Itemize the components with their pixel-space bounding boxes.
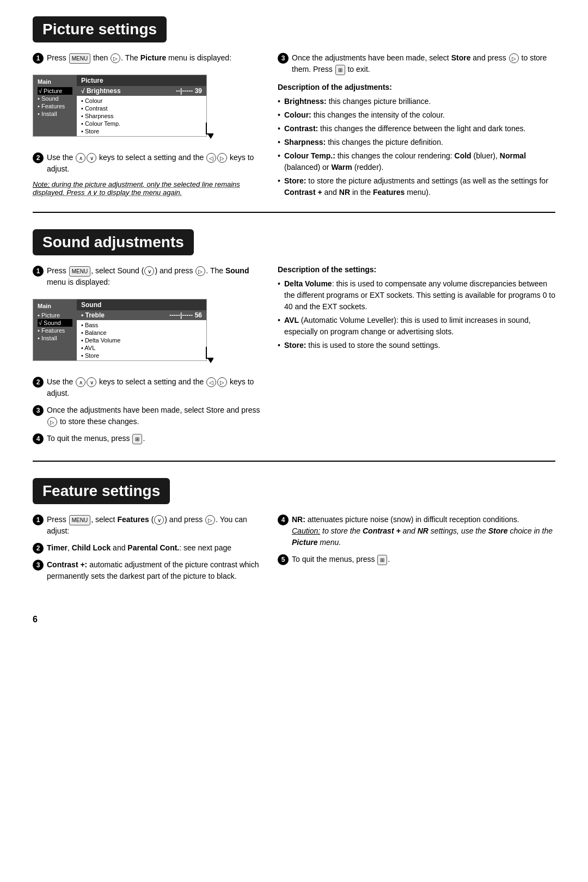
sound-menu-features: • Features [38,327,72,334]
sound-adjustments-section: Sound adjustments 1 Press MENU, select S… [33,229,555,462]
sound-quit-btn: ⊞ [132,434,142,444]
feature-right-btn: ▷ [205,515,215,525]
menu-left-panel: Main √ Picture • Sound • Features • Inst… [33,75,77,136]
picture-menu-box: Main √ Picture • Sound • Features • Inst… [33,75,207,137]
sound-menu-right: Sound • Treble -----|----- 56 • Bass • B… [77,299,206,360]
sound-step-2: 2 Use the ∧∨ keys to select a setting an… [33,376,261,399]
feature-left-col: 1 Press MENU, select Features (∨) and pr… [33,514,261,587]
picture-desc-list: Brightness: this changes picture brillia… [278,95,555,199]
picture-step-2: 2 Use the ∧∨ keys to select a setting an… [33,152,261,175]
sound-step-4-num: 4 [33,433,44,444]
desc-brightness: Brightness: this changes picture brillia… [278,95,555,108]
feature-step-3-num: 3 [33,560,44,571]
feature-step-2-num: 2 [33,543,44,554]
desc-colour: Colour: this changes the intensity of th… [278,108,555,122]
sound-right-items: • Bass • Balance • Delta Volume • AVL • … [77,320,206,360]
sound-desc-list: Delta Volume: this is used to compensate… [278,277,555,352]
feature-step-5-text: To quit the menus, press ⊞. [292,554,390,565]
picture-left-col: 1 Press MENU then ▷. The Picture menu is… [33,52,261,201]
feature-step-2-text: Timer, Child Lock and Parental Cont.: se… [47,542,231,554]
menu-contrast-item: • Contrast [81,105,202,112]
menu-install-item: • Install [38,110,72,118]
sound-step-4-text: To quit the menus, press ⊞. [47,433,145,444]
sound-step-2-text: Use the ∧∨ keys to select a setting and … [47,376,261,399]
picture-step-3-text: Once the adjustments have been made, sel… [292,52,555,75]
step-1-num: 1 [33,53,44,64]
desc-sound-store: Store: this is used to store the sound s… [278,339,555,352]
sound-menu-box: Main • Picture √ Sound • Features • Inst… [33,299,207,361]
sound-step-1: 1 Press MENU, select Sound (∨) and press… [33,265,261,288]
up-down-btn2: ∨ [87,153,96,163]
menu-btn-icon: MENU [69,53,90,64]
feature-step-4: 4 NR: attenuates picture noise (snow) in… [278,514,555,548]
menu-features-item: • Features [38,102,72,110]
desc-avl: AVL (Automatic Volume Leveller): this is… [278,314,555,339]
sound-diagram-arrow [206,347,213,363]
picture-step-1-text: Press MENU then ▷. The Picture menu is d… [47,52,231,64]
sound-right-title: Sound [77,299,206,310]
menu-sharpness-item: • Sharpness [81,112,202,120]
feature-step-1: 1 Press MENU, select Features (∨) and pr… [33,514,261,537]
exit-btn: ⊞ [335,65,345,75]
feature-step-2: 2 Timer, Child Lock and Parental Cont.: … [33,542,261,554]
feature-step-5: 5 To quit the menus, press ⊞. [278,554,555,565]
menu-right-items: • Colour • Contrast • Sharpness • Colour… [77,96,206,136]
sound-menu-left: Main • Picture √ Sound • Features • Inst… [33,299,77,360]
sound-menu-diagram: Main • Picture √ Sound • Features • Inst… [33,293,261,369]
right-btn: ▷ [217,153,227,163]
sound-step-4: 4 To quit the menus, press ⊞. [33,433,261,444]
feature-step-1-num: 1 [33,514,44,525]
sound-right-col: Description of the settings: Delta Volum… [278,265,555,450]
sound-deltavolume-item: • Delta Volume [81,336,202,344]
feature-down-btn: ∨ [154,515,164,525]
sound-menu-sound: √ Sound [38,319,72,327]
right-arrow-btn: ▷ [111,53,120,63]
sound-down-btn2: ∨ [87,377,96,387]
left-btn: ◁ [206,153,216,163]
desc-colourtemp: Colour Temp.: this changes the colour re… [278,149,555,174]
diagram-arrow [206,122,213,139]
feature-settings-header: Feature settings [33,478,170,504]
sound-menu-install: • Install [38,334,72,342]
picture-step-3: 3 Once the adjustments have been made, s… [278,52,555,75]
menu-colour-item: • Colour [81,97,202,105]
feature-step-4-num: 4 [278,514,289,525]
desc-deltavolume: Delta Volume: this is used to compensate… [278,277,555,314]
feature-menu-btn: MENU [69,515,90,525]
step-2-num: 2 [33,152,44,163]
feature-right-col: 4 NR: attenuates picture noise (snow) in… [278,514,555,587]
page-number: 6 [33,615,555,624]
step-3-num: 3 [278,53,289,64]
picture-step-2-text: Use the ∧∨ keys to select a setting and … [47,152,261,175]
picture-step-1: 1 Press MENU then ▷. The Picture menu is… [33,52,261,64]
picture-menu-diagram: Main √ Picture • Sound • Features • Inst… [33,69,261,144]
sound-step-3-num: 3 [33,405,44,416]
sound-left-col: 1 Press MENU, select Sound (∨) and press… [33,265,261,450]
feature-settings-section: Feature settings 1 Press MENU, select Fe… [33,478,555,598]
sound-balance-item: • Balance [81,329,202,336]
sound-bass-item: • Bass [81,321,202,329]
sound-down-btn: ∨ [144,266,154,276]
menu-right-panel: Picture √ Brightness --|----- 39 • Colou… [77,75,206,136]
desc-store: Store: to store the picture adjustments … [278,174,555,199]
sound-avl-item: • AVL [81,344,202,352]
sound-desc-title: Description of the settings: [278,265,555,274]
menu-sound-item: • Sound [38,95,72,102]
feature-step-4-text: NR: attenuates picture noise (snow) in d… [292,514,555,548]
menu-brightness-selected: √ Brightness --|----- 39 [77,86,206,96]
menu-main-title: Main [38,78,72,85]
sound-step-1-text: Press MENU, select Sound (∨) and press ▷… [47,265,261,288]
sound-right-btn: ▷ [195,266,205,276]
desc-contrast: Contrast: this changes the difference be… [278,122,555,136]
menu-picture-item: √ Picture [38,87,72,95]
feature-step-5-num: 5 [278,554,289,565]
feature-step-3-text: Contrast +: automatic adjustment of the … [47,559,261,582]
menu-right-title: Picture [77,75,206,86]
picture-settings-section: Picture settings 1 Press MENU then ▷. Th… [33,16,555,213]
picture-note: Note: during the picture adjustment, onl… [33,180,261,197]
desc-sharpness: Sharpness: this changes the picture defi… [278,136,555,149]
menu-store-item: • Store [81,127,202,135]
sound-adjustments-header: Sound adjustments [33,229,194,255]
sound-main-title: Main [38,303,72,309]
up-down-btn: ∧ [76,153,85,163]
